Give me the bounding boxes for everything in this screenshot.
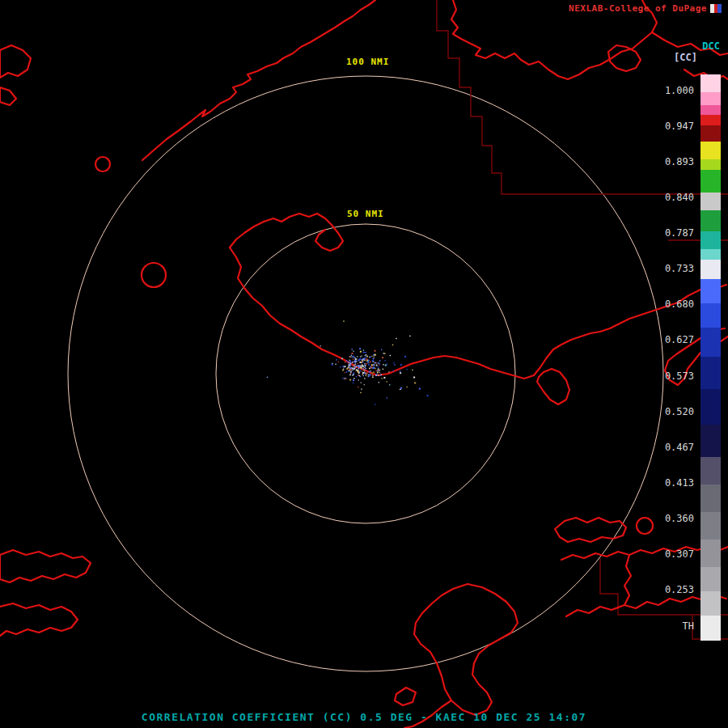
radar-echo-pixel: [383, 364, 383, 365]
radar-echo-pixel: [360, 392, 361, 393]
coastline-segment: [95, 157, 110, 171]
colorbar-tick-label: 0.787: [665, 227, 694, 239]
coastline-segment: [624, 555, 631, 605]
radar-echo-pixel: [363, 375, 364, 376]
radar-echo-pixel: [335, 364, 336, 365]
radar-echo-pixel: [358, 375, 358, 375]
radar-echo-pixel: [345, 379, 346, 379]
colorbar-tick-label: 0.467: [665, 442, 694, 453]
radar-echo-pixel: [379, 365, 379, 366]
radar-echo-pixel: [374, 357, 375, 358]
radar-echo-pixel: [409, 336, 410, 336]
radar-echo-pixel: [379, 363, 380, 364]
radar-echo-pixel: [364, 363, 365, 364]
radar-echo-pixel: [361, 389, 362, 390]
radar-echo-pixel: [362, 359, 362, 360]
radar-echo-pixel: [370, 361, 370, 362]
colorbar-tick-label: TH: [683, 620, 694, 632]
radar-echo-pixel: [393, 362, 394, 363]
colorbar-tick-labels: 1.0000.9470.8930.8400.7870.7330.6800.627…: [637, 74, 694, 641]
radar-echo-pixel: [358, 371, 359, 373]
radar-echo-pixel: [385, 360, 386, 361]
radar-echo-pixel: [366, 354, 366, 355]
radar-echo-pixel: [400, 387, 402, 389]
radar-echo-pixel: [353, 373, 354, 374]
radar-echo-pixel: [372, 377, 373, 378]
radar-echo-pixel: [360, 362, 362, 363]
radar-echo-pixel: [372, 372, 373, 373]
radar-echo-pixel: [377, 371, 379, 373]
radar-echo-pixel: [349, 365, 349, 366]
radar-echo-pixel: [400, 389, 401, 390]
radar-echo-pixel: [371, 356, 372, 357]
site-title: NEXLAB-College of DuPage: [569, 3, 707, 14]
radar-echo-pixel: [349, 370, 349, 370]
radar-echo-pixel: [362, 368, 363, 369]
radar-echo-pixel: [348, 367, 349, 368]
radar-echo-pixel: [351, 357, 352, 358]
colorbar-segment: [700, 74, 721, 92]
colorbar-segment: [700, 457, 721, 485]
radar-echo-pixel: [375, 354, 376, 356]
colorbar-tick-label: 0.307: [665, 548, 694, 560]
colorbar-tick-label: 0.893: [665, 156, 694, 167]
radar-echo-pixel: [360, 351, 362, 353]
colorbar-tick-label: 0.520: [665, 406, 694, 417]
radar-echo-pixel: [345, 366, 346, 367]
radar-echo-pixel: [345, 362, 345, 362]
coastline-segment: [414, 584, 518, 715]
radar-echo-pixel: [364, 378, 365, 379]
radar-echo-pixel: [336, 359, 336, 360]
radar-echo-pixel: [378, 366, 379, 367]
radar-echo-pixel: [355, 358, 356, 358]
radar-echo-pixel: [364, 358, 365, 359]
radar-echo-pixel: [353, 378, 354, 379]
radar-echo-pixel: [419, 388, 421, 390]
radar-echo-pixel: [352, 362, 353, 362]
radar-echo-pixel: [350, 373, 351, 374]
radar-echo-pixel: [400, 370, 400, 371]
radar-echo-pixel: [361, 356, 362, 357]
radar-echo-pixel: [414, 382, 416, 383]
radar-echo-pixel: [392, 345, 393, 345]
colorbar-segment: [700, 92, 721, 105]
radar-echo-pixel: [358, 368, 359, 369]
radar-echo-pixel: [373, 358, 375, 359]
radar-echo-pixel: [353, 366, 354, 366]
radar-echo-pixel: [383, 353, 384, 353]
radar-echo-pixel: [366, 356, 367, 357]
colorbar-segment: [700, 303, 721, 328]
colorbar-segment: [700, 357, 721, 389]
radar-echo-pixel: [369, 368, 370, 369]
radar-echo-pixel: [341, 358, 343, 359]
radar-echo-pixel: [365, 366, 366, 367]
colorbar-units-label: [CC]: [674, 52, 697, 63]
radar-echo-pixel: [338, 362, 339, 362]
radar-echo-pixel: [365, 365, 366, 366]
radar-echo-pixel: [375, 350, 376, 352]
radar-echo-pixel: [368, 360, 369, 361]
radar-echo-pixel: [365, 352, 366, 353]
radar-echo-pixel: [342, 378, 343, 379]
radar-echo-pixel: [342, 366, 343, 366]
radar-echo-pixel: [349, 363, 350, 364]
radar-echo-pixel: [364, 370, 365, 371]
radar-echo-pixel: [361, 365, 362, 366]
radar-echo-pixel: [372, 367, 373, 368]
colorbar-segment: [700, 328, 721, 357]
radar-echo-pixel: [373, 361, 374, 362]
radar-echo-pixel: [357, 365, 358, 366]
radar-echo-pixel: [346, 360, 347, 361]
radar-echo-pixel: [363, 352, 365, 353]
radar-echo-pixel: [340, 366, 341, 367]
colorbar-segment: [700, 210, 721, 231]
radar-echo-pixel: [371, 366, 372, 366]
radar-echo-pixel: [368, 375, 370, 377]
radar-echo-pixel: [360, 366, 362, 368]
radar-echo-pixel: [362, 368, 362, 369]
radar-echo-pixel: [359, 358, 360, 359]
product-caption: CORRELATION COEFFICIENT (CC) 0.5 DEG - K…: [0, 711, 728, 723]
radar-echo-pixel: [373, 367, 375, 369]
radar-echo-pixel: [368, 375, 369, 375]
radar-echo-pixel: [351, 370, 352, 370]
